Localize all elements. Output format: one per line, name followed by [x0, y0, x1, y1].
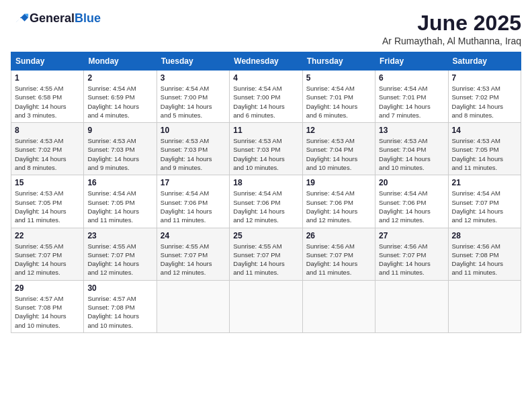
- day-cell: 18 Sunrise: 4:54 AMSunset: 7:06 PMDaylig…: [230, 175, 302, 228]
- col-header-tuesday: Tuesday: [157, 52, 229, 71]
- logo-blue: Blue: [75, 11, 101, 26]
- day-cell: 10 Sunrise: 4:53 AMSunset: 7:03 PMDaylig…: [157, 123, 229, 175]
- col-header-wednesday: Wednesday: [230, 52, 302, 71]
- day-number: 26: [306, 231, 371, 240]
- month-title: June 2025: [382, 11, 521, 36]
- day-info: Sunrise: 4:54 AMSunset: 7:00 PMDaylight:…: [161, 84, 226, 120]
- day-cell: 1 Sunrise: 4:55 AMSunset: 6:58 PMDayligh…: [11, 71, 84, 123]
- day-cell: 2 Sunrise: 4:54 AMSunset: 6:59 PMDayligh…: [84, 71, 157, 123]
- day-info: Sunrise: 4:53 AMSunset: 7:02 PMDaylight:…: [452, 84, 517, 120]
- day-number: 8: [15, 126, 80, 135]
- day-number: 15: [15, 178, 80, 187]
- day-number: 29: [15, 283, 80, 293]
- day-number: 28: [452, 231, 517, 240]
- logo: GeneralBlue: [11, 11, 101, 26]
- day-cell: 25 Sunrise: 4:55 AMSunset: 7:07 PMDaylig…: [230, 228, 302, 280]
- day-cell: 17 Sunrise: 4:54 AMSunset: 7:06 PMDaylig…: [157, 175, 229, 228]
- day-cell: 28 Sunrise: 4:56 AMSunset: 7:08 PMDaylig…: [448, 228, 521, 280]
- day-number: 27: [379, 231, 444, 240]
- day-number: 18: [233, 178, 298, 187]
- day-info: Sunrise: 4:55 AMSunset: 7:07 PMDaylight:…: [161, 242, 226, 277]
- day-cell: 20 Sunrise: 4:54 AMSunset: 7:06 PMDaylig…: [375, 175, 448, 228]
- day-info: Sunrise: 4:55 AMSunset: 7:07 PMDaylight:…: [15, 242, 80, 277]
- day-info: Sunrise: 4:57 AMSunset: 7:08 PMDaylight:…: [87, 294, 152, 330]
- day-info: Sunrise: 4:53 AMSunset: 7:02 PMDaylight:…: [15, 136, 80, 172]
- day-cell: 12 Sunrise: 4:53 AMSunset: 7:04 PMDaylig…: [302, 123, 375, 175]
- day-info: Sunrise: 4:56 AMSunset: 7:08 PMDaylight:…: [452, 242, 517, 277]
- day-number: 22: [15, 231, 80, 240]
- week-row-5: 29 Sunrise: 4:57 AMSunset: 7:08 PMDaylig…: [11, 280, 521, 332]
- day-number: 23: [87, 231, 152, 240]
- calendar-table: SundayMondayTuesdayWednesdayThursdayFrid…: [11, 52, 521, 333]
- day-cell: 26 Sunrise: 4:56 AMSunset: 7:07 PMDaylig…: [302, 228, 375, 280]
- week-row-1: 1 Sunrise: 4:55 AMSunset: 6:58 PMDayligh…: [11, 71, 521, 123]
- day-cell: 13 Sunrise: 4:53 AMSunset: 7:04 PMDaylig…: [375, 123, 448, 175]
- day-cell: 27 Sunrise: 4:56 AMSunset: 7:07 PMDaylig…: [375, 228, 448, 280]
- day-number: 4: [233, 73, 298, 83]
- logo-general: General: [30, 11, 75, 26]
- day-info: Sunrise: 4:57 AMSunset: 7:08 PMDaylight:…: [15, 294, 80, 330]
- day-cell: [448, 280, 521, 332]
- col-header-saturday: Saturday: [448, 52, 521, 71]
- day-info: Sunrise: 4:54 AMSunset: 7:06 PMDaylight:…: [161, 189, 226, 224]
- day-info: Sunrise: 4:56 AMSunset: 7:07 PMDaylight:…: [306, 242, 371, 277]
- day-cell: 23 Sunrise: 4:55 AMSunset: 7:07 PMDaylig…: [84, 228, 157, 280]
- day-cell: 11 Sunrise: 4:53 AMSunset: 7:03 PMDaylig…: [230, 123, 302, 175]
- header: GeneralBlue June 2025 Ar Rumaythah, Al M…: [11, 11, 521, 46]
- day-cell: [375, 280, 448, 332]
- day-info: Sunrise: 4:53 AMSunset: 7:04 PMDaylight:…: [379, 136, 444, 172]
- day-info: Sunrise: 4:53 AMSunset: 7:05 PMDaylight:…: [15, 189, 80, 224]
- day-number: 11: [233, 126, 298, 135]
- day-info: Sunrise: 4:54 AMSunset: 6:59 PMDaylight:…: [87, 84, 152, 120]
- day-info: Sunrise: 4:53 AMSunset: 7:03 PMDaylight:…: [233, 136, 298, 172]
- day-info: Sunrise: 4:54 AMSunset: 7:00 PMDaylight:…: [233, 84, 298, 120]
- day-cell: 14 Sunrise: 4:53 AMSunset: 7:05 PMDaylig…: [448, 123, 521, 175]
- day-number: 9: [87, 126, 152, 135]
- logo-icon: [11, 11, 30, 26]
- day-cell: 4 Sunrise: 4:54 AMSunset: 7:00 PMDayligh…: [230, 71, 302, 123]
- day-cell: 9 Sunrise: 4:53 AMSunset: 7:03 PMDayligh…: [84, 123, 157, 175]
- day-info: Sunrise: 4:53 AMSunset: 7:03 PMDaylight:…: [87, 136, 152, 172]
- day-cell: 22 Sunrise: 4:55 AMSunset: 7:07 PMDaylig…: [11, 228, 84, 280]
- day-number: 7: [452, 73, 517, 83]
- day-number: 2: [87, 73, 152, 83]
- day-info: Sunrise: 4:54 AMSunset: 7:06 PMDaylight:…: [233, 189, 298, 224]
- week-row-3: 15 Sunrise: 4:53 AMSunset: 7:05 PMDaylig…: [11, 175, 521, 228]
- col-header-monday: Monday: [84, 52, 157, 71]
- day-number: 20: [379, 178, 444, 187]
- day-info: Sunrise: 4:55 AMSunset: 7:07 PMDaylight:…: [233, 242, 298, 277]
- day-info: Sunrise: 4:54 AMSunset: 7:06 PMDaylight:…: [379, 189, 444, 224]
- location-title: Ar Rumaythah, Al Muthanna, Iraq: [382, 36, 521, 46]
- day-number: 21: [452, 178, 517, 187]
- day-cell: [230, 280, 302, 332]
- day-number: 6: [379, 73, 444, 83]
- calendar-header-row: SundayMondayTuesdayWednesdayThursdayFrid…: [11, 52, 521, 71]
- day-cell: 8 Sunrise: 4:53 AMSunset: 7:02 PMDayligh…: [11, 123, 84, 175]
- day-cell: 24 Sunrise: 4:55 AMSunset: 7:07 PMDaylig…: [157, 228, 229, 280]
- day-cell: 7 Sunrise: 4:53 AMSunset: 7:02 PMDayligh…: [448, 71, 521, 123]
- day-number: 1: [15, 73, 80, 83]
- day-cell: 30 Sunrise: 4:57 AMSunset: 7:08 PMDaylig…: [84, 280, 157, 332]
- day-info: Sunrise: 4:53 AMSunset: 7:03 PMDaylight:…: [161, 136, 226, 172]
- day-cell: 29 Sunrise: 4:57 AMSunset: 7:08 PMDaylig…: [11, 280, 84, 332]
- week-row-4: 22 Sunrise: 4:55 AMSunset: 7:07 PMDaylig…: [11, 228, 521, 280]
- day-number: 10: [161, 126, 226, 135]
- col-header-thursday: Thursday: [302, 52, 375, 71]
- day-cell: 21 Sunrise: 4:54 AMSunset: 7:07 PMDaylig…: [448, 175, 521, 228]
- day-number: 25: [233, 231, 298, 240]
- day-number: 16: [87, 178, 152, 187]
- day-info: Sunrise: 4:56 AMSunset: 7:07 PMDaylight:…: [379, 242, 444, 277]
- day-cell: 16 Sunrise: 4:54 AMSunset: 7:05 PMDaylig…: [84, 175, 157, 228]
- day-cell: 15 Sunrise: 4:53 AMSunset: 7:05 PMDaylig…: [11, 175, 84, 228]
- day-number: 24: [161, 231, 226, 240]
- day-number: 19: [306, 178, 371, 187]
- day-info: Sunrise: 4:54 AMSunset: 7:05 PMDaylight:…: [87, 189, 152, 224]
- day-info: Sunrise: 4:55 AMSunset: 7:07 PMDaylight:…: [87, 242, 152, 277]
- day-number: 17: [161, 178, 226, 187]
- week-row-2: 8 Sunrise: 4:53 AMSunset: 7:02 PMDayligh…: [11, 123, 521, 175]
- day-number: 12: [306, 126, 371, 135]
- day-cell: 3 Sunrise: 4:54 AMSunset: 7:00 PMDayligh…: [157, 71, 229, 123]
- day-cell: [157, 280, 229, 332]
- day-info: Sunrise: 4:54 AMSunset: 7:07 PMDaylight:…: [452, 189, 517, 224]
- day-cell: 5 Sunrise: 4:54 AMSunset: 7:01 PMDayligh…: [302, 71, 375, 123]
